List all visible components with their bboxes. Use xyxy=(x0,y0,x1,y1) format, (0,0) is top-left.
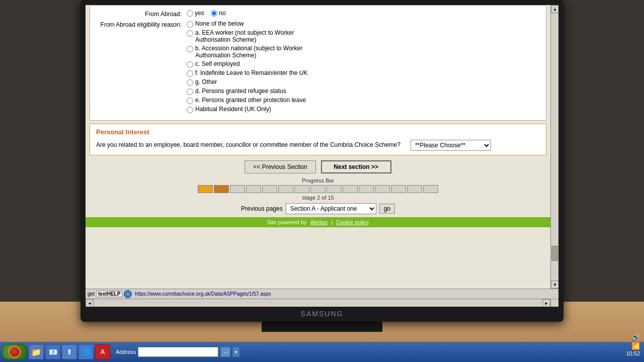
go-button[interactable]: go xyxy=(379,204,395,214)
scrollbar-up-arrow[interactable]: ▲ xyxy=(551,5,558,13)
progress-cell-10 xyxy=(343,185,358,193)
clock-time: 10:52 xyxy=(626,350,640,356)
pi-question: Are you related to an employee, board me… xyxy=(96,141,406,149)
pi-select-wrapper[interactable]: **Please Choose** Yes No xyxy=(411,140,491,151)
eligibility-c-label: c. Self employed xyxy=(195,60,240,67)
start-button[interactable] xyxy=(2,344,27,360)
texthelp-icon xyxy=(124,290,132,298)
eligibility-options: None of the below a. EEA worker (not sub… xyxy=(187,20,540,113)
eligibility-habitual-label: Habitual Resident (UK Only) xyxy=(195,106,271,113)
prev-section-button[interactable]: << Previous Section xyxy=(245,160,315,173)
prev-pages-label: Previous pages xyxy=(241,205,283,212)
navigation-buttons: << Previous Section Next section >> xyxy=(86,160,550,173)
progress-cell-15 xyxy=(423,185,438,193)
texthelp-brand: textHELP xyxy=(96,291,122,297)
taskbar-ie-icon[interactable]: 🌐 xyxy=(78,344,94,359)
progress-cell-3 xyxy=(230,185,245,193)
progress-cell-7 xyxy=(294,185,309,193)
from-abroad-yes-label: yes xyxy=(195,10,204,17)
eligibility-e-label: e. Persons granted other protection leav… xyxy=(195,97,306,104)
previous-pages-row: Previous pages Section A - Applicant one… xyxy=(86,203,550,214)
address-bar-area: Address → ▼ xyxy=(116,347,239,357)
url-status: https://www.cumnbachoice.org.uk/Data/ASP… xyxy=(135,291,271,297)
progress-bar-label: Progress Bar xyxy=(86,177,550,184)
progress-cell-8 xyxy=(310,185,326,193)
progress-cell-14 xyxy=(407,185,422,193)
eligibility-e-radio[interactable] xyxy=(187,98,193,104)
eligibility-habitual-radio[interactable] xyxy=(187,107,193,113)
progress-cell-12 xyxy=(375,185,390,193)
from-abroad-yes-radio[interactable] xyxy=(187,10,193,17)
scrollbar-corner xyxy=(550,299,558,307)
texthelp-area: get textHELP xyxy=(88,290,132,298)
status-bar: get textHELP https://www.cumnbachoice.or… xyxy=(86,289,558,299)
progress-cell-11 xyxy=(359,185,374,193)
eligibility-f-label: f. Indefinite Leave to Remain/enter the … xyxy=(195,69,307,76)
progress-cell-2 xyxy=(214,185,229,193)
system-tray: 🔊 📶 10:52 18/09/2018 xyxy=(614,333,642,362)
eligibility-none-label: None of the below xyxy=(195,20,244,27)
progress-cell-9 xyxy=(327,185,342,193)
start-button-icon xyxy=(9,346,21,358)
personal-interest-section: Personal Interest Are you related to an … xyxy=(90,124,546,155)
progress-bar xyxy=(86,185,550,193)
from-abroad-label: From Abroad: xyxy=(96,10,187,18)
progress-cell-5 xyxy=(262,185,277,193)
scrollbar-vertical[interactable]: ▲ ▼ xyxy=(550,5,558,289)
taskbar-acrobat-icon[interactable]: A xyxy=(95,344,110,359)
network-icon: 📶 xyxy=(631,342,640,350)
eligibility-b-radio[interactable] xyxy=(187,46,193,52)
progress-section: Progress Bar xyxy=(86,177,550,214)
scrollbar-down-arrow[interactable]: ▼ xyxy=(551,281,558,289)
eligibility-c-radio[interactable] xyxy=(187,61,193,68)
next-section-button[interactable]: Next section >> xyxy=(321,160,391,173)
pi-select[interactable]: **Please Choose** Yes No xyxy=(411,140,491,151)
footer-powered-by: Site powered by xyxy=(267,219,307,225)
texthelp-get-label: get xyxy=(88,291,95,297)
address-go-btn[interactable]: → xyxy=(220,347,230,357)
from-abroad-no-radio[interactable] xyxy=(211,10,217,17)
eligibility-g-radio[interactable] xyxy=(187,79,193,86)
eligibility-none-radio[interactable] xyxy=(187,21,193,28)
footer-abritas-link[interactable]: Abritas xyxy=(310,219,328,225)
stage-label: stage 2 of 15 xyxy=(86,195,550,201)
monitor-brand: SAMSUNG xyxy=(301,310,344,318)
scrollbar-horizontal[interactable]: ◄ ► xyxy=(86,299,550,307)
footer-bar: Site powered by Abritas | Cookie policy xyxy=(86,217,550,227)
address-label: Address xyxy=(116,349,136,355)
taskbar-outlook-icon[interactable]: 📧 xyxy=(45,344,60,359)
eligibility-a-label: a. EEA worker (not subject to WorkerAuth… xyxy=(195,29,294,43)
eligibility-a-radio[interactable] xyxy=(187,30,193,37)
personal-interest-title: Personal Interest xyxy=(96,128,540,136)
address-small-btn[interactable]: ▼ xyxy=(232,347,239,357)
prev-pages-select[interactable]: Section A - Applicant one xyxy=(286,203,376,214)
eligibility-b-label: b. Accession national (subject to Worker… xyxy=(195,45,302,59)
eligibility-d-label: d. Persons granted refugee status xyxy=(195,87,286,95)
progress-cell-6 xyxy=(278,185,293,193)
from-abroad-no-label: no xyxy=(219,10,225,17)
scrollbar-left-arrow[interactable]: ◄ xyxy=(86,299,94,307)
footer-cookie-link[interactable]: Cookie policy xyxy=(336,219,369,225)
speaker-icon: 🔊 xyxy=(631,333,640,341)
progress-cell-1 xyxy=(198,185,213,193)
progress-cell-13 xyxy=(391,185,406,193)
eligibility-f-radio[interactable] xyxy=(187,70,193,77)
scrollbar-thumb[interactable] xyxy=(551,246,558,261)
taskbar: 📁 📧 ⬆ 🌐 A Address → ▼ 🔊 📶 10:52 18/09/20… xyxy=(0,342,644,362)
eligibility-g-label: g. Other xyxy=(195,78,217,85)
from-abroad-options: yes no xyxy=(187,10,540,18)
screen-area: From Abroad: yes no From Abroa xyxy=(86,5,558,307)
scrollbar-right-arrow[interactable]: ► xyxy=(542,299,550,307)
eligibility-d-radio[interactable] xyxy=(187,88,193,95)
taskbar-upload-icon[interactable]: ⬆ xyxy=(62,344,77,359)
eligibility-label: From Abroad eligibility reason: xyxy=(96,20,187,28)
from-abroad-section: From Abroad: yes no From Abroa xyxy=(90,5,546,121)
taskbar-file-explorer-icon[interactable]: 📁 xyxy=(29,344,44,359)
progress-cell-4 xyxy=(246,185,261,193)
footer-separator: | xyxy=(331,219,333,225)
address-input[interactable] xyxy=(138,347,218,357)
